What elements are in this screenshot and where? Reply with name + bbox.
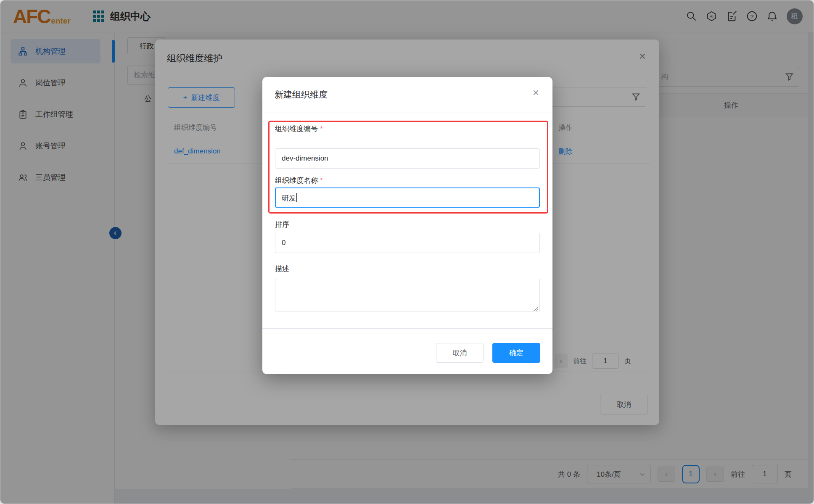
name-field-value: 研发 bbox=[282, 193, 297, 203]
name-field-label: 组织维度名称* bbox=[275, 176, 323, 185]
modal-title: 新建组织维度 bbox=[275, 89, 328, 100]
app-window: AFC enter 组织中心 AI ? 租 bbox=[0, 0, 814, 504]
modal-footer-divider bbox=[262, 328, 552, 329]
description-field-label: 描述 bbox=[275, 264, 289, 274]
code-field-input[interactable] bbox=[275, 148, 540, 169]
resize-handle-icon[interactable] bbox=[534, 306, 539, 311]
name-field-input[interactable] bbox=[275, 187, 540, 208]
required-asterisk: * bbox=[320, 125, 323, 133]
sort-field-label: 排序 bbox=[275, 220, 289, 230]
modal-header: 新建组织维度 × bbox=[262, 77, 552, 113]
close-icon[interactable]: × bbox=[533, 87, 539, 98]
code-field-label: 组织维度编号* bbox=[275, 124, 323, 134]
create-dimension-modal: 新建组织维度 × 组织维度编号* 组织维度名称* 研发 排序 描述 取消 确定 bbox=[262, 77, 552, 374]
sort-field-input[interactable] bbox=[275, 233, 540, 253]
required-asterisk: * bbox=[320, 177, 323, 185]
text-cursor bbox=[296, 193, 297, 202]
description-field-textarea[interactable] bbox=[275, 279, 540, 311]
cancel-button[interactable]: 取消 bbox=[436, 343, 484, 363]
confirm-button[interactable]: 确定 bbox=[492, 343, 540, 363]
